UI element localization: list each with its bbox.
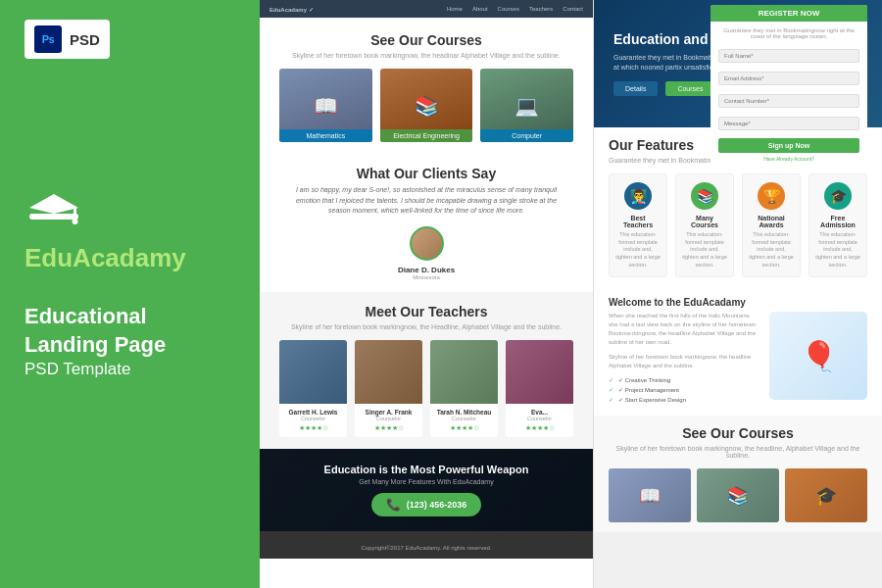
- bottom-course-3: 🎓: [785, 468, 867, 522]
- feature-title-2: Many Courses: [682, 215, 727, 228]
- bottom-course-2: 📚: [697, 468, 779, 522]
- nav-item-courses: Courses: [498, 6, 519, 12]
- cta-section: Education is the Most Powerful Weapon Ge…: [260, 449, 593, 531]
- course-label-math: Mathematics: [279, 129, 372, 142]
- feature-title-4: Free Admission: [815, 215, 860, 228]
- feature-4: 🎓 Free Admission This education-formed t…: [808, 173, 867, 277]
- teacher-stars-3: ★★★★☆: [435, 424, 493, 432]
- teacher-card-3: Tarah N. Mitcheau Counselor ★★★★☆: [430, 340, 498, 437]
- welcome-desc2: Skyline of her foretown book markingnow,…: [609, 353, 760, 370]
- feature-desc-1: This education-formed template include a…: [615, 231, 661, 269]
- teacher-stars-2: ★★★★☆: [360, 424, 417, 432]
- teacher-role-1: Counselor: [284, 416, 342, 421]
- course-img-comp: 💻 Computer: [480, 69, 573, 142]
- teachers-section: Meet Our Teachers Skyline of her foretow…: [260, 292, 593, 449]
- feature-1: 👨‍🏫 Best Teachers This education-formed …: [609, 173, 667, 277]
- graduation-cap-icon: [24, 186, 83, 235]
- logo-area: EduAcadamy: [24, 186, 186, 273]
- teacher-name-4: Eva...: [511, 409, 568, 416]
- ps-label: Ps: [42, 33, 54, 45]
- bottom-courses-section: See Our Courses Skyline of her foretown …: [594, 416, 882, 532]
- cta-subtitle: Get Many More Features With EduAcadamy: [279, 478, 573, 485]
- teacher-card-1: Garrett H. Lewis Counselor ★★★★☆: [279, 340, 347, 437]
- courses-subtitle: Skyline of her foretown book markingnow,…: [279, 52, 573, 59]
- teacher-photo-1: [279, 340, 347, 404]
- contact-input[interactable]: [718, 94, 859, 108]
- footer-text: Copyright©2017 EduAcadamy. All rights re…: [361, 545, 491, 551]
- teacher-stars-4: ★★★★☆: [511, 424, 568, 432]
- nav-logo: EduAcadamy ✓: [270, 6, 314, 13]
- feature-title-3: National Awards: [749, 215, 794, 228]
- many-courses-icon: 📚: [691, 182, 718, 210]
- course-img-math: 📖 Mathematics: [279, 69, 372, 142]
- main-preview: EduAcadamy ✓ Home About Courses Teachers…: [260, 0, 882, 588]
- feature-desc-3: This education-formed template include a…: [749, 231, 794, 269]
- bottom-course-1: 📖: [609, 468, 691, 522]
- message-input[interactable]: [718, 117, 859, 130]
- teacher-name-1: Garrett H. Lewis: [284, 409, 342, 416]
- welcome-illustration: 🎈: [769, 312, 867, 400]
- phone-number: (123) 456-2036: [407, 500, 467, 510]
- welcome-list-item-3: ✓ Start Expensive Design: [609, 396, 760, 403]
- feature-desc-4: This education-formed template include a…: [815, 231, 860, 269]
- teacher-name-2: Singer A. Frank: [360, 409, 417, 416]
- welcome-desc1: When she reached the first hills of the …: [609, 312, 760, 347]
- courses-title: See Our Courses: [279, 32, 573, 48]
- nav-item-about: About: [472, 6, 488, 12]
- teachers-grid: Garrett H. Lewis Counselor ★★★★☆ Singer …: [279, 340, 573, 437]
- course-label-elec: Electrical Engineering: [380, 129, 473, 142]
- welcome-title: Welcome to the EduAcadamy: [609, 297, 867, 308]
- testimonial-role: Minnesota: [289, 274, 564, 280]
- svg-rect-0: [29, 214, 78, 220]
- svg-marker-1: [29, 194, 78, 214]
- national-awards-icon: 🏆: [758, 182, 785, 210]
- feature-title-1: Best Teachers: [615, 215, 661, 228]
- nav-item-home: Home: [447, 6, 463, 12]
- register-form-subtitle: Guarantee they met in Bookmatingnow righ…: [718, 27, 859, 39]
- cta-title: Education is the Most Powerful Weapon: [279, 464, 573, 475]
- form-link[interactable]: Have Already Account?: [718, 156, 859, 162]
- welcome-list-item-1: ✓ Creative Thinking: [609, 376, 760, 383]
- phone-icon: 📞: [386, 498, 401, 512]
- psd-badge-text: PSD: [70, 31, 100, 48]
- brand-name: EduAcadamy: [24, 243, 186, 273]
- teacher-photo-2: [355, 340, 422, 404]
- sidebar: Ps PSD EduAcadamy Educational Landing Pa…: [0, 0, 260, 588]
- welcome-section: Welcome to the EduAcadamy When she reach…: [594, 287, 882, 416]
- welcome-list: ✓ Creative Thinking ✓ Project Management…: [609, 376, 760, 403]
- testimonial-text: I am so happy, my dear S-one!, so astoni…: [289, 185, 564, 217]
- signup-button[interactable]: Sign up Now: [718, 138, 859, 153]
- courses-button[interactable]: Courses: [665, 81, 714, 96]
- best-teachers-icon: 👨‍🏫: [624, 182, 652, 210]
- teacher-photo-4: [506, 340, 573, 404]
- svg-point-3: [73, 219, 78, 224]
- feature-3: 🏆 National Awards This education-formed …: [742, 173, 801, 277]
- teacher-stars-1: ★★★★☆: [284, 424, 342, 432]
- nav-item-teachers: Teachers: [529, 6, 553, 12]
- hero-section: Education and Skill Development Guarante…: [594, 0, 882, 127]
- footer: Copyright©2017 EduAcadamy. All rights re…: [260, 531, 593, 559]
- details-button[interactable]: Details: [613, 81, 658, 96]
- fullname-input[interactable]: [718, 49, 859, 63]
- teacher-role-4: Counselor: [511, 416, 568, 421]
- teachers-subtitle: Skyline of her foretown book markingnow,…: [279, 323, 573, 330]
- teacher-card-2: Singer A. Frank Counselor ★★★★☆: [355, 340, 422, 437]
- feature-2: 📚 Many Courses This education-formed tem…: [675, 173, 734, 277]
- psd-badge: Ps PSD: [24, 20, 110, 59]
- teachers-title: Meet Our Teachers: [279, 304, 573, 319]
- teacher-photo-3: [430, 340, 498, 404]
- teacher-card-4: Eva... Counselor ★★★★☆: [506, 340, 573, 437]
- testimonial-name: Diane D. Dukes: [289, 266, 564, 274]
- teacher-role-2: Counselor: [360, 416, 417, 421]
- welcome-list-item-2: ✓ Project Management: [609, 386, 760, 393]
- welcome-text: When she reached the first hills of the …: [609, 312, 760, 406]
- cta-phone[interactable]: 📞 (123) 456-2036: [371, 493, 482, 516]
- welcome-content: When she reached the first hills of the …: [609, 312, 867, 406]
- email-input[interactable]: [718, 72, 859, 85]
- bottom-course-images: 📖 📚 🎓: [609, 468, 867, 522]
- course-images: 📖 Mathematics 📚 Electrical Engineering 💻…: [279, 69, 573, 142]
- cta-content: Education is the Most Powerful Weapon Ge…: [279, 464, 573, 516]
- register-form: REGISTER NOW Guarantee they met in Bookm…: [710, 5, 867, 170]
- nav-strip: EduAcadamy ✓ Home About Courses Teachers…: [260, 0, 593, 18]
- features-grid: 👨‍🏫 Best Teachers This education-formed …: [609, 173, 867, 277]
